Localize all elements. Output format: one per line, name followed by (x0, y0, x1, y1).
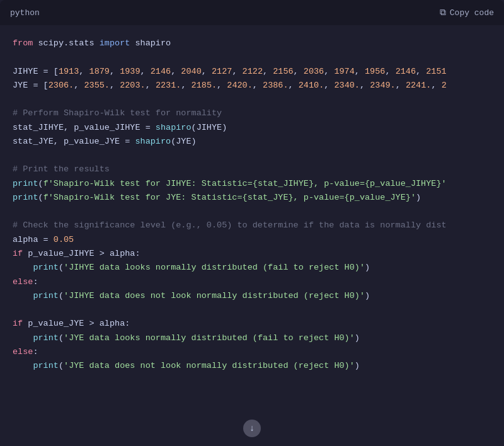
keyword-from: from (13, 38, 33, 48)
alpha-assign: alpha = (13, 235, 54, 244)
keyword-import: import (100, 38, 130, 48)
comment-print: # Print the results (13, 164, 110, 174)
fn-shapiro: shapiro (135, 38, 171, 48)
print-jihye-not-normal: print (33, 291, 59, 300)
num-jihye: 1913 (59, 67, 79, 76)
code-header: python ⧉ Copy code (0, 0, 504, 25)
print-jye-not-normal: print (33, 361, 59, 370)
scroll-down-indicator[interactable]: ↓ (243, 420, 261, 437)
print-jihye: print (13, 179, 38, 188)
if-jihye: if (13, 249, 23, 258)
copy-icon: ⧉ (440, 8, 446, 18)
stat-jye-assign: stat_JYE, p_value_JYE = (13, 137, 135, 146)
copy-code-button[interactable]: ⧉ Copy code (440, 8, 494, 18)
comment-check: # Check the significance level (e.g., 0.… (13, 220, 447, 230)
language-label: python (10, 8, 40, 18)
print-jihye-normal: print (33, 263, 59, 272)
var-jihye-decl: JIHYE = [ (13, 67, 59, 76)
module-scipy: scipy.stats (38, 38, 94, 48)
code-body: from scipy.stats import shapiro JIHYE = … (0, 25, 504, 446)
stat-jihye-assign: stat_JIHYE, p_value_JIHYE = (13, 123, 156, 132)
copy-btn-label: Copy code (450, 8, 494, 18)
code-block: python ⧉ Copy code from scipy.stats impo… (0, 0, 504, 446)
print-jye: print (13, 193, 38, 202)
comment-shapiro: # Perform Shapiro-Wilk test for normalit… (13, 108, 222, 118)
print-jye-normal: print (33, 333, 59, 343)
else-jye: else (13, 347, 33, 357)
else-jihye: else (13, 277, 33, 287)
if-jye: if (13, 319, 23, 328)
